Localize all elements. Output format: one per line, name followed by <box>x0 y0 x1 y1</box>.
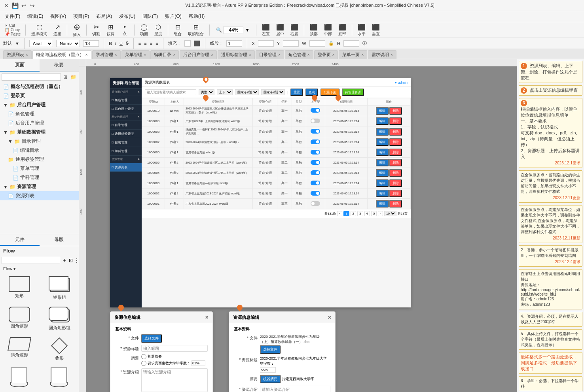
circle-btn[interactable]: ◯项圈 <box>138 23 150 37</box>
align-center-btn[interactable]: ⬛居中 <box>274 23 286 37</box>
oblique-rect-component[interactable]: 斜角矩形 <box>0 335 39 364</box>
delete-btn[interactable]: 删除 <box>389 107 402 115</box>
tab-login[interactable]: 登录页 × <box>314 50 338 59</box>
cell-ops[interactable]: 编辑 删除 <box>367 106 410 116</box>
align-left-btn[interactable]: ⬛左置 <box>260 23 272 37</box>
bold-btn[interactable]: B <box>109 41 112 46</box>
page-edit-catalog[interactable]: 📄编辑目录 <box>0 146 79 155</box>
close-edit-dialog-btn[interactable]: × <box>328 314 331 320</box>
canvas-background[interactable]: 资源网-后台管理 后台用户管理▲ □角色管理 □后台 <box>86 66 517 392</box>
overview-tab[interactable]: 概要 <box>40 59 79 72</box>
close-icon[interactable]: ✕ <box>3 2 9 9</box>
tab-backend-user[interactable]: 后台用户管理 × <box>180 50 217 59</box>
tab-close-0[interactable]: × <box>26 53 28 57</box>
menu-account[interactable]: 账户(O) <box>162 12 184 21</box>
tab-menu-one-page[interactable]: 菜单一页 × <box>339 50 367 59</box>
page-subject-mgmt[interactable]: 📄学科管理 <box>0 173 79 182</box>
page-role-mgmt[interactable]: 📄角色管理 <box>0 109 79 119</box>
rect-group-component[interactable]: 矩形组 <box>40 274 79 303</box>
page-1-btn[interactable]: 1 <box>343 211 349 216</box>
menu-publish[interactable]: 发布(U) <box>116 12 138 21</box>
italic-btn[interactable]: I <box>115 41 116 46</box>
underline-btn[interactable]: U <box>119 41 123 46</box>
align-top-btn[interactable]: ⬛顶部 <box>307 23 320 37</box>
page-4-btn[interactable]: 4 <box>364 211 370 216</box>
page-resource-list[interactable]: 📄资源列表 <box>0 191 79 200</box>
menu-team[interactable]: 团队(T) <box>139 12 161 21</box>
font-selector[interactable]: Arial <box>29 40 53 47</box>
sidebar-section-resource[interactable]: 资源管理▲ <box>110 156 142 163</box>
sidebar-subject-mgmt-link[interactable]: □学科管理 <box>110 147 142 156</box>
insert-btn[interactable]: ⊕ 插入 <box>70 23 83 37</box>
page-common-tag-group[interactable]: 📁通用标签管理 <box>0 155 79 164</box>
sidebar-tag-mgmt[interactable]: □通用标签管理 <box>110 130 142 138</box>
select-file2-btn[interactable]: 选择文件 <box>260 345 281 354</box>
component-tab[interactable]: 元件 <box>0 234 40 246</box>
template-tab[interactable]: 母版 <box>40 234 79 246</box>
reset-btn[interactable]: 重置 <box>290 89 303 96</box>
x-input[interactable] <box>258 40 274 47</box>
redo-icon[interactable]: ↪ <box>29 2 36 9</box>
per-page-select[interactable]: 10 <box>384 211 396 216</box>
rect-component[interactable]: 矩形 <box>0 274 39 303</box>
more-component-icon[interactable]: ⋮ <box>74 258 79 263</box>
save-icon[interactable]: 💾 <box>12 2 18 9</box>
page-login[interactable]: 📄登录页 <box>0 91 79 100</box>
align-right-btn[interactable]: ⬛右置 <box>288 23 301 37</box>
tab-close-5[interactable]: × <box>211 53 213 57</box>
stroke-width-input[interactable] <box>226 40 242 47</box>
menu-view[interactable]: 视图(V) <box>47 12 69 21</box>
tab-edit-catalog[interactable]: 编辑目录 × <box>150 50 179 59</box>
batch-delete-btn[interactable]: 待管理资源 <box>342 89 364 96</box>
grade-select[interactable]: 上下学 <box>217 89 233 95</box>
diamond-component[interactable]: 叠形 <box>40 335 79 364</box>
strikethrough-btn[interactable]: S̶ <box>126 41 129 46</box>
align-right-text-btn[interactable]: ≡ <box>150 41 152 46</box>
menu-help[interactable]: 帮助(H) <box>186 12 208 21</box>
sidebar-backend-user-mgmt[interactable]: □后台用户管理 <box>110 105 142 113</box>
cell-status[interactable] <box>306 106 325 116</box>
fill-color-swatch[interactable] <box>184 40 191 47</box>
copy-btn[interactable]: 📋 Copy <box>5 28 20 32</box>
tab-close-10[interactable]: × <box>361 53 364 57</box>
term-select[interactable]: 国家考试数行 <box>235 89 259 95</box>
align-left-text-btn[interactable]: ≡ <box>138 41 141 46</box>
edit-btn[interactable]: 编辑 <box>376 107 389 115</box>
fill-color-dark-swatch[interactable] <box>194 40 200 47</box>
select-mode-btn[interactable]: ⬚ 选择模式 <box>29 23 49 37</box>
round-rect-component[interactable]: 圆角矩形 <box>0 304 39 333</box>
zoom-control[interactable]: 🔍 44% ▼ <box>213 26 253 34</box>
sidebar-outline-mgmt[interactable]: □提纲管理 <box>110 138 142 147</box>
w-input[interactable] <box>309 40 325 47</box>
page-component-1[interactable] <box>0 365 39 390</box>
title2-percent-input[interactable] <box>260 367 276 373</box>
justify-text-btn[interactable]: ≡ <box>155 41 158 46</box>
ungroup-btn[interactable]: ⊞取消组合 <box>186 23 206 37</box>
tab-concept-flow[interactable]: 概念与流程说明（重点） × <box>32 50 91 59</box>
connect-btn[interactable]: ↗ 连接 <box>51 23 64 37</box>
align-middle-btn[interactable]: ⬛中部 <box>322 23 334 37</box>
tab-resource-list[interactable]: 资源列表 × <box>3 50 32 59</box>
prev-page-btn[interactable]: ‹ <box>337 211 342 216</box>
intro2-textarea[interactable] <box>260 386 330 392</box>
tab-requirements[interactable]: 需求说明 × <box>368 50 396 59</box>
sidebar-section-basic[interactable]: 基础数据管理▲ <box>110 113 142 121</box>
y-input[interactable] <box>283 40 299 47</box>
tab-close-6[interactable]: × <box>249 53 251 57</box>
zoom-value[interactable]: 44% <box>224 26 243 34</box>
tab-close-9[interactable]: × <box>332 53 335 57</box>
page-search-input[interactable] <box>2 74 61 81</box>
font-size-input[interactable] <box>83 40 99 47</box>
tab-close-11[interactable]: × <box>391 53 393 57</box>
round-rect-group-component[interactable]: 圆角矩形组 <box>40 304 79 333</box>
page-backend-user-mgmt[interactable]: 📄后台用户管理 <box>0 119 79 128</box>
close-add-dialog-btn[interactable]: × <box>205 314 209 320</box>
add-folder-icon[interactable]: 📁 <box>70 74 77 81</box>
group-btn[interactable]: ⊡组合 <box>171 23 184 37</box>
abstract-percent-input[interactable] <box>192 360 205 366</box>
duplicate-component-icon[interactable]: ⊡ <box>69 258 73 263</box>
align-center-text-btn[interactable]: ≡ <box>144 41 146 46</box>
add-component-icon[interactable]: ＋ <box>62 257 67 264</box>
add-page-icon[interactable]: ⊞ <box>63 74 68 81</box>
crop-btn[interactable]: ⊞裁剪 <box>104 23 117 37</box>
